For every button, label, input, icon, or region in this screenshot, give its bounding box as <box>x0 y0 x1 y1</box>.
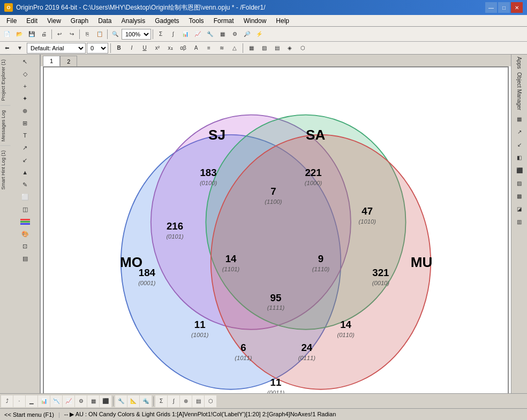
bottom-btn-1[interactable]: ⤴ <box>1 395 13 407</box>
bottom-btn-11[interactable]: 📐 <box>127 395 139 407</box>
smart-hint-label[interactable]: Smart Hint Log (1) <box>0 146 10 194</box>
copy-btn[interactable]: ⎘ <box>81 28 93 40</box>
right-btn-8[interactable]: ◪ <box>514 203 525 215</box>
right-btn-9[interactable]: ▥ <box>514 216 525 228</box>
undo-btn[interactable]: ↩ <box>54 28 65 40</box>
bottom-btn-5[interactable]: 📉 <box>50 395 62 407</box>
arrow-tool[interactable]: ↗ <box>19 142 31 154</box>
bottom-btn-10[interactable]: 🔧 <box>115 395 127 407</box>
zoom-tool[interactable]: ✦ <box>19 93 31 104</box>
pencil-tool[interactable]: ✎ <box>19 179 31 190</box>
format-color-2[interactable]: ▨ <box>258 42 270 54</box>
subscript-btn[interactable]: x₂ <box>164 42 176 54</box>
bottom-btn-9[interactable]: ⬛ <box>100 395 111 407</box>
tb-extra-2[interactable]: ∫ <box>167 28 179 40</box>
diagonal-tool[interactable]: ↙ <box>19 154 31 166</box>
tb-extra-8[interactable]: 🔎 <box>241 28 253 40</box>
region-tool[interactable]: ◫ <box>19 203 31 215</box>
maximize-button[interactable]: □ <box>498 2 510 13</box>
format-extra-1[interactable]: αβ <box>177 42 189 54</box>
bottom-btn-8[interactable]: ▦ <box>87 395 99 407</box>
close-button[interactable]: ✕ <box>511 2 523 13</box>
font-size-select[interactable]: 0 <box>87 43 108 54</box>
bottom-btn-14[interactable]: ∫ <box>168 395 179 407</box>
tb-extra-4[interactable]: 📈 <box>192 28 204 40</box>
tb-extra-1[interactable]: Σ <box>155 28 167 40</box>
text-tool[interactable]: T <box>19 129 31 141</box>
save-btn[interactable]: 💾 <box>26 28 37 40</box>
italic-btn[interactable]: I <box>126 42 138 54</box>
right-btn-4[interactable]: ◧ <box>514 152 525 164</box>
minimize-button[interactable]: — <box>485 2 497 13</box>
format-color-4[interactable]: ◈ <box>284 42 296 54</box>
right-btn-2[interactable]: ↗ <box>514 126 525 138</box>
format-color-3[interactable]: ▤ <box>271 42 283 54</box>
palette-tool[interactable]: 🎨 <box>19 228 31 240</box>
grid-tool[interactable]: ⊞ <box>19 117 31 129</box>
print-btn[interactable]: 🖨 <box>38 28 50 40</box>
menu-edit[interactable]: Edit <box>22 15 42 26</box>
underline-btn[interactable]: U <box>139 42 150 54</box>
format-color-1[interactable]: ▦ <box>245 42 257 54</box>
superscript-btn[interactable]: x² <box>152 42 163 54</box>
menu-format[interactable]: Format <box>209 15 238 26</box>
format-extra-2[interactable]: A <box>190 42 202 54</box>
menu-window[interactable]: Window <box>239 15 271 26</box>
bottom-btn-6[interactable]: 📈 <box>63 395 74 407</box>
bold-btn[interactable]: B <box>113 42 125 54</box>
color-tool[interactable] <box>19 216 31 227</box>
triangle-tool[interactable]: ▲ <box>19 166 31 178</box>
right-btn-5[interactable]: ⬛ <box>514 165 525 177</box>
bottom-btn-15[interactable]: ⊕ <box>180 395 192 407</box>
tab-1[interactable]: 1 <box>43 56 60 66</box>
bottom-btn-7[interactable]: ⚙ <box>75 395 87 407</box>
tb-extra-6[interactable]: ▦ <box>216 28 228 40</box>
zoom-in-btn[interactable]: 🔍 <box>109 28 121 40</box>
crosshair-tool[interactable]: ⊕ <box>19 105 31 117</box>
zoom-select[interactable]: 100% <box>122 29 151 40</box>
open-btn[interactable]: 📂 <box>13 28 25 40</box>
diamond-tool[interactable]: ◇ <box>19 68 31 80</box>
format-extra-3[interactable]: ≡ <box>203 42 215 54</box>
misc-tool-2[interactable]: ▤ <box>19 253 31 264</box>
bottom-btn-13[interactable]: Σ <box>155 395 167 407</box>
bottom-btn-17[interactable]: ⬡ <box>205 395 216 407</box>
select-tool[interactable]: ↖ <box>19 56 31 67</box>
format-extra-5[interactable]: △ <box>229 42 240 54</box>
format-color-5[interactable]: ⬡ <box>297 42 308 54</box>
redo-btn[interactable]: ↪ <box>66 28 78 40</box>
right-btn-1[interactable]: ▦ <box>514 113 525 125</box>
tab-2[interactable]: 2 <box>60 56 77 66</box>
format-tool-1[interactable]: ⬅ <box>1 42 13 54</box>
menu-analysis[interactable]: Analysis <box>117 15 150 26</box>
tb-filter[interactable]: ⚡ <box>253 28 265 40</box>
tb-extra-7[interactable]: ⚙ <box>229 28 240 40</box>
bottom-btn-4[interactable]: 📊 <box>38 395 50 407</box>
font-select[interactable]: Default: Arial <box>27 43 86 54</box>
right-btn-6[interactable]: ▨ <box>514 178 525 189</box>
menu-file[interactable]: File <box>2 15 21 26</box>
start-menu[interactable]: << Start menu (F1) <box>4 411 54 418</box>
project-explorer-label[interactable]: Project Explorer (1) <box>0 55 10 105</box>
paste-btn[interactable]: 📋 <box>94 28 106 40</box>
pan-tool[interactable]: + <box>19 80 31 92</box>
menu-data[interactable]: Data <box>94 15 116 26</box>
window-controls[interactable]: — □ ✕ <box>485 2 523 13</box>
bottom-btn-3[interactable]: ▁ <box>26 395 37 407</box>
format-extra-4[interactable]: ≋ <box>216 42 228 54</box>
menu-tools[interactable]: Tools <box>185 15 208 26</box>
bottom-btn-12[interactable]: 🔩 <box>140 395 152 407</box>
rect-tool[interactable]: ⬜ <box>19 191 31 203</box>
right-btn-3[interactable]: ↙ <box>514 139 525 151</box>
bottom-btn-16[interactable]: ▤ <box>192 395 204 407</box>
menu-gadgets[interactable]: Gadgets <box>150 15 183 26</box>
new-btn[interactable]: 📄 <box>1 28 13 40</box>
menu-graph[interactable]: Graph <box>66 15 93 26</box>
misc-tool-1[interactable]: ⊡ <box>19 240 31 252</box>
menu-help[interactable]: Help <box>272 15 293 26</box>
tb-extra-5[interactable]: 🔧 <box>204 28 216 40</box>
right-btn-7[interactable]: ▩ <box>514 190 525 202</box>
format-tool-2[interactable]: ▼ <box>14 42 26 54</box>
menu-view[interactable]: View <box>43 15 65 26</box>
tb-extra-3[interactable]: 📊 <box>179 28 191 40</box>
